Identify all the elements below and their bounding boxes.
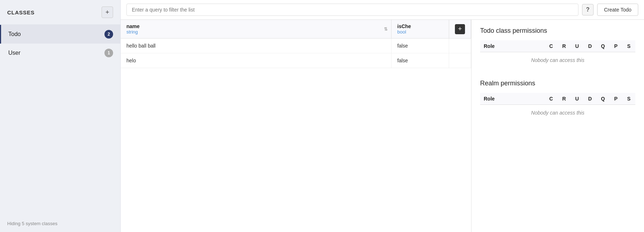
realm-permissions-header-row: Role C R U D Q P S [480,93,635,105]
row-0-extra [449,39,471,53]
main-content: ? Create Todo name string ⇅ isChe bool [121,0,644,232]
table-row: helo false [121,53,471,68]
sidebar: CLASSES + Todo 2 User 1 Hiding 5 system … [0,0,121,232]
realm-perm-col-p: P [609,93,622,105]
add-class-button[interactable]: + [102,6,113,18]
create-todo-button[interactable]: Create Todo [597,4,638,16]
add-column-button[interactable]: + [455,24,465,34]
permissions-panel: Todo class permissions Role C R U D Q P … [471,20,644,232]
content-area: name string ⇅ isChe bool + [121,20,644,232]
table-row: hello ball ball false [121,39,471,53]
system-classes-note: Hiding 5 system classes [0,215,120,232]
todo-nobody-row: Nobody can access this [480,52,635,68]
sidebar-title: CLASSES [7,9,35,15]
row-1-ischecked: false [392,53,449,68]
help-button[interactable]: ? [582,4,594,15]
perm-col-d: D [583,40,596,52]
realm-perm-col-u: U [571,93,583,105]
realm-nobody-message: Nobody can access this [480,105,635,121]
data-table: name string ⇅ isChe bool + [121,20,471,68]
realm-perm-col-d: D [583,93,596,105]
column-header-ischecked: isChe bool [392,20,449,39]
perm-col-q: Q [596,40,609,52]
realm-perm-col-q: Q [596,93,609,105]
data-table-area: name string ⇅ isChe bool + [121,20,471,232]
table-header-row: name string ⇅ isChe bool + [121,20,471,39]
sidebar-header: CLASSES + [0,0,120,25]
sort-icon[interactable]: ⇅ [384,27,388,32]
perm-col-p: P [609,40,622,52]
perm-col-s: S [622,40,635,52]
add-column-header[interactable]: + [449,20,471,39]
todo-nobody-message: Nobody can access this [480,52,635,68]
perm-col-u: U [571,40,583,52]
realm-perm-col-s: S [622,93,635,105]
realm-permissions-title: Realm permissions [480,80,635,87]
sidebar-item-todo-badge: 2 [104,30,113,39]
permissions-header-row: Role C R U D Q P S [480,40,635,52]
sidebar-items-list: Todo 2 User 1 [0,25,120,215]
row-1-extra [449,53,471,68]
sidebar-item-todo-label: Todo [8,31,21,37]
filter-input[interactable] [126,4,578,16]
row-0-ischecked: false [392,39,449,53]
row-0-name: hello ball ball [121,39,392,53]
perm-col-c: C [545,40,558,52]
column-header-name: name string ⇅ [121,20,392,39]
realm-nobody-row: Nobody can access this [480,105,635,121]
table-body: hello ball ball false helo false [121,39,471,68]
sidebar-item-todo[interactable]: Todo 2 [0,25,120,44]
realm-permissions-table: Role C R U D Q P S Nobody can access thi [480,93,635,121]
sidebar-item-user-label: User [8,50,21,56]
sidebar-item-user-badge: 1 [104,49,113,57]
todo-permissions-section: Todo class permissions Role C R U D Q P … [480,27,635,68]
sidebar-item-user[interactable]: User 1 [0,44,120,62]
realm-perm-col-role: Role [480,93,545,105]
row-1-name: helo [121,53,392,68]
realm-permissions-section: Realm permissions Role C R U D Q P S [480,80,635,121]
todo-permissions-table: Role C R U D Q P S Nobody can access thi [480,40,635,68]
perm-col-r: R [558,40,571,52]
perm-col-role: Role [480,40,545,52]
todo-permissions-title: Todo class permissions [480,27,635,35]
top-bar: ? Create Todo [121,0,644,20]
realm-perm-col-r: R [558,93,571,105]
realm-perm-col-c: C [545,93,558,105]
